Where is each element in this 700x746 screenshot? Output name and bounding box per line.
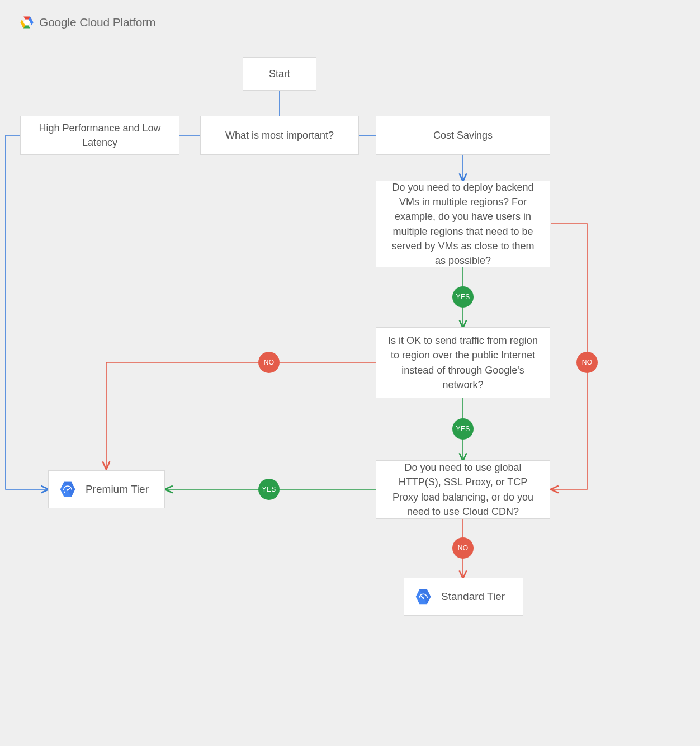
node-deploy-regions: Do you need to deploy backend VMs in mul…: [376, 181, 550, 267]
badge-label: NO: [264, 358, 275, 366]
node-label: What is most important?: [225, 128, 334, 143]
badge-label: YES: [456, 425, 470, 433]
badge-yes-internet: YES: [452, 418, 474, 440]
node-premium-tier: Premium Tier: [48, 470, 165, 508]
badge-label: NO: [458, 544, 469, 552]
node-label: Premium Tier: [86, 481, 149, 497]
node-label: Do you need to deploy backend VMs in mul…: [387, 180, 538, 268]
svg-point-12: [423, 597, 424, 599]
badge-yes-lb: YES: [258, 479, 280, 500]
node-label: Do you need to use global HTTP(S), SSL P…: [387, 460, 538, 518]
badge-no-deploy: NO: [576, 352, 598, 373]
badge-no-internet: NO: [258, 352, 280, 373]
svg-point-10: [67, 489, 69, 491]
node-question-important: What is most important?: [200, 116, 359, 155]
gcp-logo: Google Cloud Platform: [19, 15, 155, 30]
badge-label: YES: [456, 293, 470, 301]
node-public-internet: Is it OK to send traffic from region to …: [376, 327, 550, 398]
badge-yes-deploy: YES: [452, 286, 474, 308]
gcp-logo-text: Google Cloud Platform: [39, 16, 155, 29]
standard-tier-icon: [414, 588, 432, 606]
connectors: [0, 0, 700, 746]
gcp-hexagon-icon: [19, 15, 35, 30]
node-label: Is it OK to send traffic from region to …: [387, 333, 538, 391]
node-label: High Performance and Low Latency: [32, 121, 168, 150]
node-cost-savings: Cost Savings: [376, 116, 550, 155]
badge-no-lb: NO: [452, 537, 474, 559]
premium-tier-icon: [59, 480, 77, 498]
node-start: Start: [243, 57, 316, 91]
node-standard-tier: Standard Tier: [404, 578, 523, 616]
node-label: Standard Tier: [441, 589, 505, 605]
badge-label: YES: [262, 485, 276, 493]
node-label: Cost Savings: [433, 128, 493, 143]
node-high-performance: High Performance and Low Latency: [20, 116, 179, 155]
node-load-balancing: Do you need to use global HTTP(S), SSL P…: [376, 460, 550, 519]
badge-label: NO: [582, 358, 593, 366]
node-label: Start: [269, 67, 290, 81]
